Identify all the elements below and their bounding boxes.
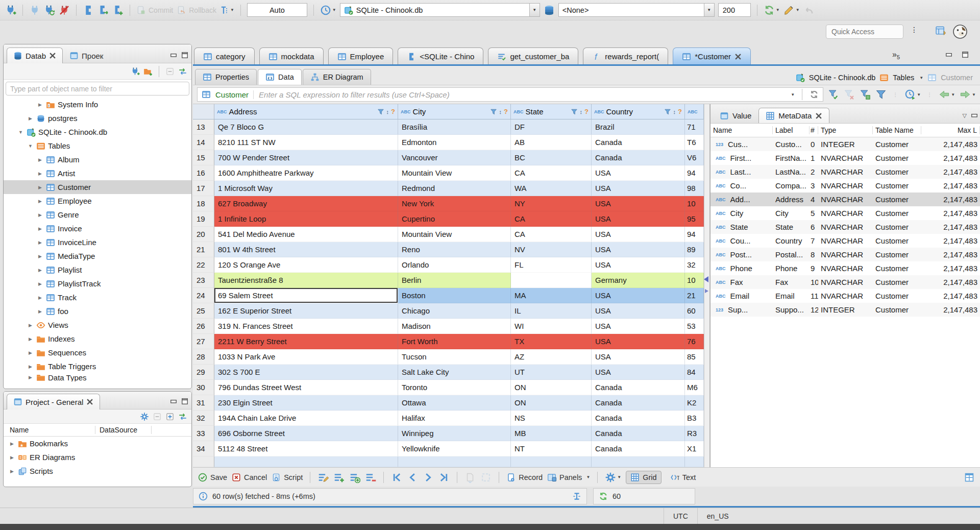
record-mode-button[interactable]: Record [506,473,543,482]
fetch-size-input[interactable]: 200 [718,3,751,17]
cell-country[interactable]: USA [592,227,685,242]
apply-filter-icon[interactable] [828,89,839,100]
tree-item[interactable]: ▶ Indexes [4,332,191,346]
cell-country[interactable]: Canada [592,411,685,426]
metadata-row[interactable]: ABCEmail Email 11 NVARCHAR Customer 2,14… [710,289,980,303]
grid-scrollbar[interactable] [704,104,710,467]
sql-format-button[interactable]: ▼ [783,5,800,16]
breadcrumb-container[interactable]: Tables [893,74,914,82]
cell-country[interactable]: USA [592,349,685,365]
cell-state[interactable] [511,456,592,467]
cell-city[interactable]: Orlando [398,257,511,273]
tree-expand-arrow[interactable]: ▶ [37,226,43,231]
back-history-icon[interactable] [803,5,815,16]
breadcrumb-entity[interactable]: Customer [941,74,973,82]
project-item[interactable]: ▶ ★ Bookmarks [4,437,191,450]
dbeaver-perspective-icon[interactable] [952,24,968,39]
tree-expand-arrow[interactable]: ▶ [37,281,43,286]
metadata-row[interactable]: ABCCo... Compa... 3 NVARCHAR Customer 2,… [710,179,980,192]
cell-address[interactable]: 1033 N Park Ave [214,349,398,365]
metadata-row[interactable]: 123Cus... Custo... 0 INTEGER Customer 2,… [710,137,980,151]
metadata-col-name[interactable]: Name [710,126,773,134]
cell-state[interactable]: CA [511,165,592,181]
cell-postalcode[interactable]: 76 [685,334,704,349]
grid-column-header[interactable]: ABC Country ↕ ? [592,104,685,119]
tree-expand-arrow[interactable]: ▶ [37,254,43,259]
tree-item[interactable]: ▶ Track [4,291,191,304]
remove-filter-icon[interactable] [844,89,855,100]
close-icon[interactable] [734,53,742,60]
row-number[interactable]: 24 [193,288,214,303]
row-number[interactable]: 17 [193,181,214,196]
tree-expand-arrow[interactable]: ▶ [37,157,43,162]
cell-country[interactable]: Canada [592,150,685,165]
cell-address[interactable]: 120 S Orange Ave [214,257,398,273]
tree-expand-arrow[interactable]: ▶ [27,375,34,380]
row-number[interactable]: 29 [193,365,214,380]
cell-address[interactable]: 5112 48 Street [214,441,398,456]
tree-expand-arrow[interactable]: ▶ [27,364,34,369]
cell-postalcode[interactable]: 85 [685,349,704,365]
tree-expand-arrow[interactable]: ▼ [17,130,24,135]
cell-address[interactable]: 696 Osborne Street [214,426,398,441]
cell-postalcode[interactable]: 94 [685,227,704,242]
close-icon[interactable] [49,52,56,59]
cell-country[interactable]: USA [592,181,685,196]
metadata-row[interactable]: ABCCity City 5 NVARCHAR Customer 2,147,4… [710,206,980,220]
close-icon[interactable] [86,398,93,405]
grid-column-header[interactable]: ABC [685,104,704,119]
fetch-next-page-icon[interactable] [464,472,476,483]
metadata-row[interactable]: ABCState State 6 NVARCHAR Customer 2,147… [710,220,980,234]
cell-city[interactable]: Brasília [398,119,511,135]
column-sort-icon[interactable]: ↕ [499,109,502,115]
result-subtab[interactable]: Data [258,69,302,85]
refresh-icon[interactable] [599,492,608,501]
cell-city[interactable]: Redmond [398,181,511,196]
metadata-col-maxlength[interactable]: Max L [921,126,980,134]
cell-country[interactable]: Canada [592,135,685,150]
filter-expression-field[interactable]: Customer Enter a SQL expression to filte… [197,87,823,102]
sql-history-button[interactable]: ▼ [320,5,336,16]
cell-postalcode[interactable]: 94 [685,165,704,181]
tree-expand-arrow[interactable]: ▼ [27,143,34,149]
metadata-row[interactable]: ABCFax Fax 10 NVARCHAR Customer 2,147,48… [710,275,980,289]
cell-postalcode[interactable]: 10 [685,196,704,211]
tree-item[interactable]: ▶ Artist [4,166,191,180]
save-button[interactable]: Save [198,473,227,482]
cell-postalcode[interactable]: 84 [685,365,704,380]
cell-country[interactable]: Brazil [592,119,685,135]
metadata-row[interactable]: ABCFirst... FirstNa... 1 NVARCHAR Custom… [710,151,980,165]
column-hint-icon[interactable]: ? [584,108,589,115]
row-number[interactable]: 14 [193,135,214,150]
cell-postalcode[interactable]: 95 [685,211,704,227]
row-number[interactable]: 22 [193,257,214,273]
cell-country[interactable]: USA [592,196,685,211]
expand-all-icon[interactable] [165,412,175,421]
row-number[interactable] [193,456,214,467]
row-number[interactable]: 21 [193,242,214,257]
tree-expand-arrow[interactable]: ▶ [37,102,43,107]
custom-filter-icon[interactable] [875,89,887,100]
row-number[interactable]: 20 [193,227,214,242]
row-number[interactable]: 13 [193,119,214,135]
cell-city[interactable]: Boston [398,288,511,303]
tab-value[interactable]: Value [713,108,758,123]
cell-country[interactable]: USA [592,242,685,257]
close-icon[interactable] [815,112,822,119]
row-number[interactable]: 33 [193,426,214,441]
cell-state[interactable]: DF [511,119,592,135]
cell-city[interactable]: Tucson [398,349,511,365]
tree-item[interactable]: ▶ Data Types [4,373,191,381]
editor-tab[interactable]: Employee [328,47,394,65]
metadata-col-number[interactable]: # [810,126,818,134]
cell-state[interactable]: BC [511,150,592,165]
cell-country[interactable]: USA [592,334,685,349]
collapse-all-icon[interactable] [153,412,162,421]
metadata-row[interactable]: ABCAdd... Address 4 NVARCHAR Customer 2,… [710,192,980,206]
next-row-icon[interactable] [423,472,434,483]
tree-item[interactable]: ▶ Invoice [4,222,191,235]
cell-country[interactable]: Canada [592,380,685,395]
maximize-icon[interactable] [962,51,969,58]
maximize-icon[interactable] [181,52,188,59]
cell-postalcode[interactable]: V6 [685,150,704,165]
